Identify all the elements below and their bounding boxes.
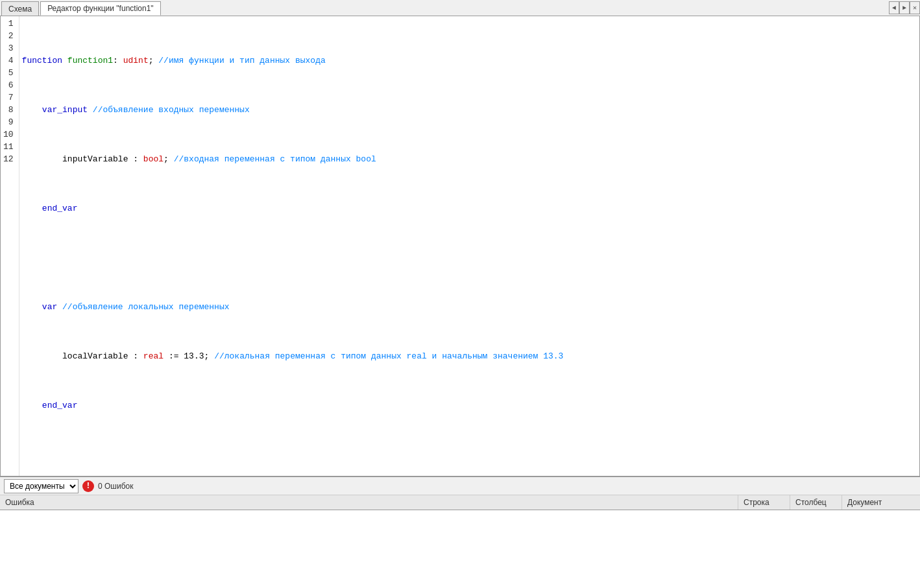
code-line-8: end_var (22, 399, 917, 412)
tab-bar: Схема Редактор функции "function1" ◄ ► ✕ (0, 0, 920, 16)
line-numbers: 1 2 3 4 5 6 7 8 9 10 11 12 (1, 16, 19, 476)
error-count-label: 0 Ошибок (98, 482, 133, 491)
line-num-7: 7 (3, 91, 14, 104)
line-num-1: 1 (3, 18, 14, 30)
tab-nav-buttons: ◄ ► ✕ (889, 1, 920, 14)
col-column: Столбец (790, 495, 842, 510)
code-editor[interactable]: function function1: udint; //имя функции… (19, 16, 919, 476)
line-num-10: 10 (3, 128, 14, 141)
line-num-9: 9 (3, 116, 14, 128)
code-line-7: localVariable : real := 13.3; //локальна… (22, 350, 917, 362)
bottom-panel: Все документы ! 0 Ошибок Ошибка Строка С… (0, 476, 920, 588)
line-num-11: 11 (3, 141, 14, 153)
col-document: Документ (842, 495, 920, 510)
code-line-6: var //объявление локальных переменных (22, 301, 917, 313)
error-table: Ошибка Строка Столбец Документ (0, 495, 920, 588)
code-line-3: inputVariable : bool; //входная переменн… (22, 153, 917, 165)
col-error: Ошибка (0, 495, 738, 510)
line-num-3: 3 (3, 42, 14, 54)
document-filter-container: Все документы (4, 479, 79, 493)
code-line-4: end_var (22, 202, 917, 215)
line-num-5: 5 (3, 67, 14, 79)
error-toolbar: Все документы ! 0 Ошибок (0, 477, 920, 495)
line-num-12: 12 (3, 153, 14, 165)
error-table-body (0, 510, 920, 588)
document-filter-dropdown[interactable]: Все документы (4, 479, 79, 493)
tab-schema-label: Схема (8, 5, 32, 14)
error-table-header: Ошибка Строка Столбец Документ (0, 495, 920, 510)
code-line-2: var_input //объявление входных переменны… (22, 104, 917, 116)
line-num-4: 4 (3, 54, 14, 67)
error-icon: ! (82, 480, 94, 492)
line-num-8: 8 (3, 104, 14, 116)
code-line-5 (22, 252, 917, 264)
code-line-1: function function1: udint; //имя функции… (22, 54, 917, 67)
line-num-2: 2 (3, 30, 14, 42)
tab-editor[interactable]: Редактор функции "function1" (40, 1, 160, 16)
code-line-9 (22, 449, 917, 461)
tab-editor-label: Редактор функции "function1" (47, 4, 153, 13)
tab-close-button[interactable]: ✕ (910, 1, 920, 14)
col-line: Строка (738, 495, 790, 510)
line-num-6: 6 (3, 79, 14, 91)
editor-area: 1 2 3 4 5 6 7 8 9 10 11 12 function func… (0, 16, 920, 476)
tab-next-button[interactable]: ► (899, 1, 910, 14)
tab-schema[interactable]: Схема (1, 1, 39, 16)
tab-prev-button[interactable]: ◄ (889, 1, 899, 14)
